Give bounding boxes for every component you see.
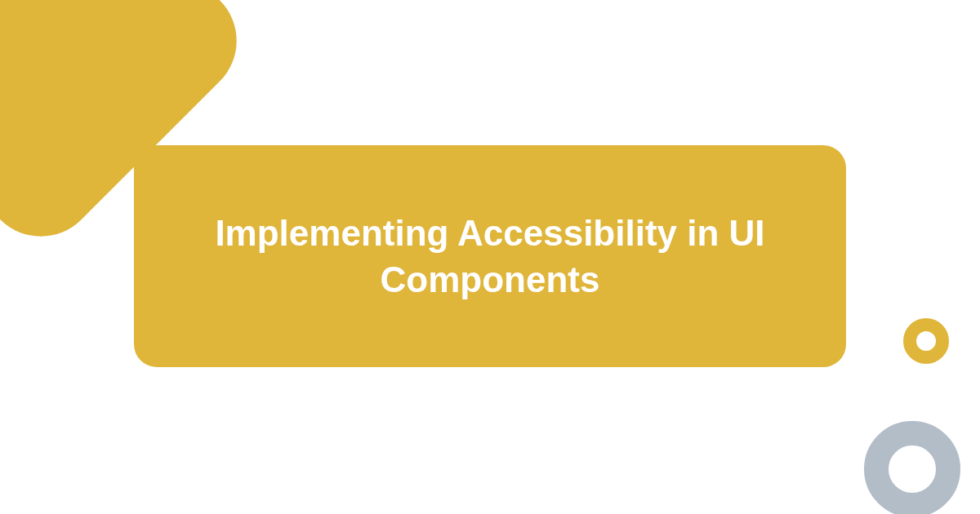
ring-decoration-small [903, 318, 949, 364]
title-card: Implementing Accessibility in UI Compone… [134, 145, 846, 367]
ring-decoration-large [864, 421, 960, 514]
page-title: Implementing Accessibility in UI Compone… [167, 210, 813, 303]
